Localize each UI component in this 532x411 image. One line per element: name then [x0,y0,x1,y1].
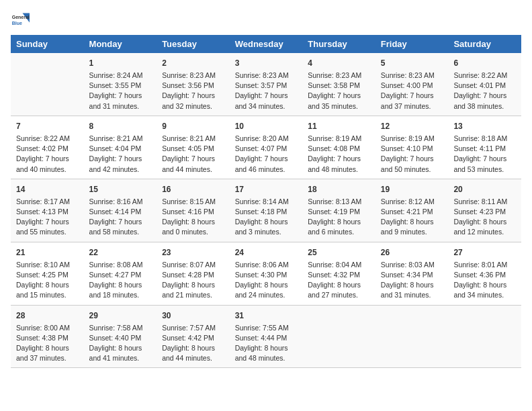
calendar-cell: 17Sunrise: 8:14 AM Sunset: 4:18 PM Dayli… [230,179,303,242]
day-number: 9 [162,120,224,132]
calendar-cell: 5Sunrise: 8:23 AM Sunset: 4:00 PM Daylig… [375,53,449,116]
day-number: 18 [308,183,370,195]
svg-text:General: General [12,15,30,19]
logo: General Blue [11,11,32,30]
calendar-cell: 20Sunrise: 8:11 AM Sunset: 4:23 PM Dayli… [448,179,521,242]
calendar-cell: 31Sunrise: 7:55 AM Sunset: 4:44 PM Dayli… [230,305,303,368]
calendar-cell: 13Sunrise: 8:18 AM Sunset: 4:11 PM Dayli… [448,116,521,179]
svg-text:Blue: Blue [12,21,22,26]
calendar-cell: 23Sunrise: 8:07 AM Sunset: 4:28 PM Dayli… [157,242,230,305]
header-day-sunday: Sunday [11,35,84,53]
day-number: 23 [162,246,224,259]
calendar-cell [448,305,521,368]
header-day-friday: Friday [375,35,449,53]
day-number: 24 [235,246,298,259]
cell-content: Sunrise: 8:14 AM Sunset: 4:18 PM Dayligh… [235,197,298,238]
day-number: 27 [453,246,516,259]
calendar-week-row: 28Sunrise: 8:00 AM Sunset: 4:38 PM Dayli… [11,305,521,368]
cell-content: Sunrise: 8:00 AM Sunset: 4:38 PM Dayligh… [16,323,79,364]
cell-content: Sunrise: 8:19 AM Sunset: 4:10 PM Dayligh… [381,134,443,175]
cell-content: Sunrise: 8:15 AM Sunset: 4:16 PM Dayligh… [162,197,224,238]
day-number: 22 [89,246,152,259]
day-number: 17 [235,183,298,195]
cell-content: Sunrise: 8:10 AM Sunset: 4:25 PM Dayligh… [16,260,79,301]
calendar-cell: 4Sunrise: 8:23 AM Sunset: 3:58 PM Daylig… [302,53,375,116]
cell-content: Sunrise: 8:24 AM Sunset: 3:55 PM Dayligh… [89,71,152,111]
day-number: 2 [162,57,224,69]
page-header: General Blue [11,11,521,30]
header-day-thursday: Thursday [302,35,375,53]
day-number: 28 [16,310,79,322]
day-number: 11 [308,120,370,132]
calendar-header-row: SundayMondayTuesdayWednesdayThursdayFrid… [11,35,521,53]
calendar-cell: 18Sunrise: 8:13 AM Sunset: 4:19 PM Dayli… [302,179,375,242]
cell-content: Sunrise: 8:21 AM Sunset: 4:05 PM Dayligh… [162,134,224,175]
day-number: 5 [381,57,443,69]
calendar-cell [302,305,375,368]
calendar-week-row: 14Sunrise: 8:17 AM Sunset: 4:13 PM Dayli… [11,179,521,242]
cell-content: Sunrise: 8:08 AM Sunset: 4:27 PM Dayligh… [89,260,152,301]
day-number: 4 [308,57,370,69]
calendar-cell: 30Sunrise: 7:57 AM Sunset: 4:42 PM Dayli… [157,305,230,368]
cell-content: Sunrise: 8:13 AM Sunset: 4:19 PM Dayligh… [308,197,370,238]
header-day-saturday: Saturday [448,35,521,53]
day-number: 19 [381,183,443,195]
cell-content: Sunrise: 8:16 AM Sunset: 4:14 PM Dayligh… [89,197,152,238]
cell-content: Sunrise: 7:57 AM Sunset: 4:42 PM Dayligh… [162,323,224,364]
header-day-tuesday: Tuesday [157,35,230,53]
day-number: 3 [235,57,298,69]
cell-content: Sunrise: 8:06 AM Sunset: 4:30 PM Dayligh… [235,260,298,301]
cell-content: Sunrise: 8:12 AM Sunset: 4:21 PM Dayligh… [381,197,443,238]
calendar-cell: 16Sunrise: 8:15 AM Sunset: 4:16 PM Dayli… [157,179,230,242]
calendar-cell [11,53,84,116]
calendar-week-row: 1Sunrise: 8:24 AM Sunset: 3:55 PM Daylig… [11,53,521,116]
calendar-cell: 7Sunrise: 8:22 AM Sunset: 4:02 PM Daylig… [11,116,84,179]
day-number: 29 [89,310,152,322]
day-number: 14 [16,183,79,195]
day-number: 21 [16,246,79,259]
calendar-cell: 26Sunrise: 8:03 AM Sunset: 4:34 PM Dayli… [375,242,449,305]
calendar-cell: 2Sunrise: 8:23 AM Sunset: 3:56 PM Daylig… [157,53,230,116]
calendar-cell: 11Sunrise: 8:19 AM Sunset: 4:08 PM Dayli… [302,116,375,179]
calendar-cell: 14Sunrise: 8:17 AM Sunset: 4:13 PM Dayli… [11,179,84,242]
cell-content: Sunrise: 8:17 AM Sunset: 4:13 PM Dayligh… [16,197,79,238]
day-number: 12 [381,120,443,132]
day-number: 10 [235,120,298,132]
calendar-cell: 6Sunrise: 8:22 AM Sunset: 4:01 PM Daylig… [448,53,521,116]
cell-content: Sunrise: 8:20 AM Sunset: 4:07 PM Dayligh… [235,134,298,175]
day-number: 13 [453,120,516,132]
calendar-cell: 15Sunrise: 8:16 AM Sunset: 4:14 PM Dayli… [84,179,157,242]
day-number: 20 [453,183,516,195]
calendar-cell: 22Sunrise: 8:08 AM Sunset: 4:27 PM Dayli… [84,242,157,305]
cell-content: Sunrise: 7:55 AM Sunset: 4:44 PM Dayligh… [235,323,298,364]
header-day-wednesday: Wednesday [230,35,303,53]
calendar-week-row: 7Sunrise: 8:22 AM Sunset: 4:02 PM Daylig… [11,116,521,179]
calendar-cell [375,305,449,368]
cell-content: Sunrise: 8:23 AM Sunset: 4:00 PM Dayligh… [381,71,443,111]
calendar-cell: 19Sunrise: 8:12 AM Sunset: 4:21 PM Dayli… [375,179,449,242]
cell-content: Sunrise: 7:58 AM Sunset: 4:40 PM Dayligh… [89,323,152,364]
calendar-cell: 1Sunrise: 8:24 AM Sunset: 3:55 PM Daylig… [84,53,157,116]
calendar-cell: 10Sunrise: 8:20 AM Sunset: 4:07 PM Dayli… [230,116,303,179]
cell-content: Sunrise: 8:11 AM Sunset: 4:23 PM Dayligh… [453,197,516,238]
header-day-monday: Monday [84,35,157,53]
day-number: 1 [89,57,152,69]
calendar-cell: 3Sunrise: 8:23 AM Sunset: 3:57 PM Daylig… [230,53,303,116]
day-number: 31 [235,310,298,322]
cell-content: Sunrise: 8:22 AM Sunset: 4:01 PM Dayligh… [453,71,516,111]
cell-content: Sunrise: 8:04 AM Sunset: 4:32 PM Dayligh… [308,260,370,301]
day-number: 30 [162,310,224,322]
calendar-cell: 21Sunrise: 8:10 AM Sunset: 4:25 PM Dayli… [11,242,84,305]
day-number: 6 [453,57,516,69]
cell-content: Sunrise: 8:21 AM Sunset: 4:04 PM Dayligh… [89,134,152,175]
cell-content: Sunrise: 8:03 AM Sunset: 4:34 PM Dayligh… [381,260,443,301]
calendar-cell: 8Sunrise: 8:21 AM Sunset: 4:04 PM Daylig… [84,116,157,179]
cell-content: Sunrise: 8:23 AM Sunset: 3:56 PM Dayligh… [162,71,224,111]
day-number: 8 [89,120,152,132]
cell-content: Sunrise: 8:07 AM Sunset: 4:28 PM Dayligh… [162,260,224,301]
calendar-table: SundayMondayTuesdayWednesdayThursdayFrid… [11,35,521,368]
calendar-cell: 27Sunrise: 8:01 AM Sunset: 4:36 PM Dayli… [448,242,521,305]
day-number: 26 [381,246,443,259]
calendar-cell: 28Sunrise: 8:00 AM Sunset: 4:38 PM Dayli… [11,305,84,368]
cell-content: Sunrise: 8:22 AM Sunset: 4:02 PM Dayligh… [16,134,79,175]
